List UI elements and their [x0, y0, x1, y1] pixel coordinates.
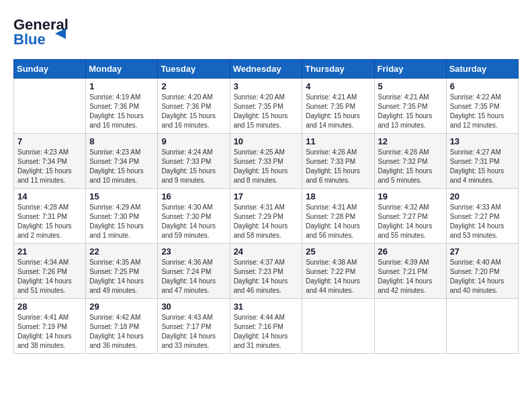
day-number: 31	[234, 302, 299, 312]
day-info: Sunrise: 4:22 AM Sunset: 7:35 PM Dayligh…	[450, 93, 515, 130]
day-number: 25	[306, 246, 370, 257]
calendar-table: SundayMondayTuesdayWednesdayThursdayFrid…	[13, 59, 519, 354]
column-header-saturday: Saturday	[446, 60, 518, 79]
day-info: Sunrise: 4:23 AM Sunset: 7:34 PM Dayligh…	[17, 148, 82, 185]
day-info: Sunrise: 4:20 AM Sunset: 7:36 PM Dayligh…	[161, 93, 226, 130]
day-number: 18	[306, 191, 370, 201]
day-info: Sunrise: 4:28 AM Sunset: 7:31 PM Dayligh…	[17, 203, 82, 240]
day-info: Sunrise: 4:21 AM Sunset: 7:35 PM Dayligh…	[306, 93, 370, 130]
calendar-cell: 1Sunrise: 4:19 AM Sunset: 7:36 PM Daylig…	[86, 79, 158, 134]
week-row-5: 28Sunrise: 4:41 AM Sunset: 7:19 PM Dayli…	[14, 299, 519, 354]
week-row-2: 7Sunrise: 4:23 AM Sunset: 7:34 PM Daylig…	[14, 134, 519, 189]
day-number: 8	[89, 136, 154, 146]
calendar-cell: 21Sunrise: 4:34 AM Sunset: 7:26 PM Dayli…	[14, 244, 86, 299]
calendar-cell: 20Sunrise: 4:33 AM Sunset: 7:27 PM Dayli…	[446, 189, 518, 244]
day-number: 1	[89, 81, 154, 91]
calendar-cell: 16Sunrise: 4:30 AM Sunset: 7:30 PM Dayli…	[158, 189, 230, 244]
day-info: Sunrise: 4:23 AM Sunset: 7:34 PM Dayligh…	[89, 148, 154, 185]
day-number: 11	[306, 136, 370, 146]
day-number: 26	[378, 246, 443, 257]
day-info: Sunrise: 4:34 AM Sunset: 7:26 PM Dayligh…	[17, 258, 82, 295]
calendar-cell: 15Sunrise: 4:29 AM Sunset: 7:30 PM Dayli…	[86, 189, 158, 244]
calendar-cell: 19Sunrise: 4:32 AM Sunset: 7:27 PM Dayli…	[374, 189, 446, 244]
day-info: Sunrise: 4:24 AM Sunset: 7:33 PM Dayligh…	[161, 148, 226, 185]
calendar-header-row: SundayMondayTuesdayWednesdayThursdayFrid…	[14, 60, 519, 79]
day-info: Sunrise: 4:43 AM Sunset: 7:17 PM Dayligh…	[161, 313, 226, 351]
calendar-cell: 13Sunrise: 4:27 AM Sunset: 7:31 PM Dayli…	[446, 134, 518, 189]
calendar-cell: 23Sunrise: 4:36 AM Sunset: 7:24 PM Dayli…	[158, 244, 230, 299]
calendar-cell: 12Sunrise: 4:26 AM Sunset: 7:32 PM Dayli…	[374, 134, 446, 189]
day-number: 12	[378, 136, 443, 146]
calendar-cell	[446, 299, 518, 354]
day-number: 3	[234, 81, 299, 91]
calendar-cell: 8Sunrise: 4:23 AM Sunset: 7:34 PM Daylig…	[86, 134, 158, 189]
day-info: Sunrise: 4:38 AM Sunset: 7:22 PM Dayligh…	[306, 258, 370, 295]
day-info: Sunrise: 4:26 AM Sunset: 7:32 PM Dayligh…	[378, 148, 443, 185]
day-number: 24	[234, 246, 299, 257]
day-info: Sunrise: 4:40 AM Sunset: 7:20 PM Dayligh…	[450, 258, 515, 295]
calendar-cell: 18Sunrise: 4:31 AM Sunset: 7:28 PM Dayli…	[302, 189, 374, 244]
day-number: 23	[161, 246, 226, 257]
calendar-cell: 14Sunrise: 4:28 AM Sunset: 7:31 PM Dayli…	[14, 189, 86, 244]
day-number: 27	[450, 246, 515, 257]
column-header-sunday: Sunday	[14, 60, 86, 79]
day-number: 19	[378, 191, 443, 201]
calendar-cell: 24Sunrise: 4:37 AM Sunset: 7:23 PM Dayli…	[230, 244, 302, 299]
day-number: 13	[450, 136, 515, 146]
calendar-cell: 3Sunrise: 4:20 AM Sunset: 7:35 PM Daylig…	[230, 79, 302, 134]
calendar-cell: 10Sunrise: 4:25 AM Sunset: 7:33 PM Dayli…	[230, 134, 302, 189]
calendar-cell: 6Sunrise: 4:22 AM Sunset: 7:35 PM Daylig…	[446, 79, 518, 134]
calendar-cell: 7Sunrise: 4:23 AM Sunset: 7:34 PM Daylig…	[14, 134, 86, 189]
calendar-cell: 26Sunrise: 4:39 AM Sunset: 7:21 PM Dayli…	[374, 244, 446, 299]
day-info: Sunrise: 4:39 AM Sunset: 7:21 PM Dayligh…	[378, 258, 443, 295]
day-number: 28	[17, 302, 82, 312]
day-info: Sunrise: 4:32 AM Sunset: 7:27 PM Dayligh…	[378, 203, 443, 240]
day-info: Sunrise: 4:26 AM Sunset: 7:33 PM Dayligh…	[306, 148, 370, 185]
day-number: 7	[17, 136, 82, 146]
calendar-cell: 22Sunrise: 4:35 AM Sunset: 7:25 PM Dayli…	[86, 244, 158, 299]
svg-text:Blue: Blue	[13, 31, 46, 48]
day-number: 30	[161, 302, 226, 312]
day-info: Sunrise: 4:19 AM Sunset: 7:36 PM Dayligh…	[89, 93, 154, 130]
day-info: Sunrise: 4:29 AM Sunset: 7:30 PM Dayligh…	[89, 203, 154, 240]
day-number: 14	[17, 191, 82, 201]
column-header-monday: Monday	[86, 60, 158, 79]
day-info: Sunrise: 4:33 AM Sunset: 7:27 PM Dayligh…	[450, 203, 515, 240]
day-info: Sunrise: 4:44 AM Sunset: 7:16 PM Dayligh…	[234, 313, 299, 351]
day-number: 17	[234, 191, 299, 201]
calendar-cell: 25Sunrise: 4:38 AM Sunset: 7:22 PM Dayli…	[302, 244, 374, 299]
day-info: Sunrise: 4:21 AM Sunset: 7:35 PM Dayligh…	[378, 93, 443, 130]
day-info: Sunrise: 4:42 AM Sunset: 7:18 PM Dayligh…	[89, 313, 154, 351]
calendar-cell: 31Sunrise: 4:44 AM Sunset: 7:16 PM Dayli…	[230, 299, 302, 354]
day-number: 29	[89, 302, 154, 312]
calendar-cell: 28Sunrise: 4:41 AM Sunset: 7:19 PM Dayli…	[14, 299, 86, 354]
calendar-cell	[14, 79, 86, 134]
column-header-wednesday: Wednesday	[230, 60, 302, 79]
calendar-cell: 9Sunrise: 4:24 AM Sunset: 7:33 PM Daylig…	[158, 134, 230, 189]
day-number: 5	[378, 81, 443, 91]
logo-svg: GeneralBlue	[13, 13, 74, 48]
day-info: Sunrise: 4:36 AM Sunset: 7:24 PM Dayligh…	[161, 258, 226, 295]
calendar-cell: 4Sunrise: 4:21 AM Sunset: 7:35 PM Daylig…	[302, 79, 374, 134]
day-number: 16	[161, 191, 226, 201]
calendar-cell: 29Sunrise: 4:42 AM Sunset: 7:18 PM Dayli…	[86, 299, 158, 354]
day-info: Sunrise: 4:35 AM Sunset: 7:25 PM Dayligh…	[89, 258, 154, 295]
day-number: 21	[17, 246, 82, 257]
calendar-cell	[302, 299, 374, 354]
calendar-cell: 30Sunrise: 4:43 AM Sunset: 7:17 PM Dayli…	[158, 299, 230, 354]
week-row-1: 1Sunrise: 4:19 AM Sunset: 7:36 PM Daylig…	[14, 79, 519, 134]
day-number: 9	[161, 136, 226, 146]
calendar-cell: 5Sunrise: 4:21 AM Sunset: 7:35 PM Daylig…	[374, 79, 446, 134]
logo: GeneralBlue	[13, 13, 74, 48]
calendar-cell: 2Sunrise: 4:20 AM Sunset: 7:36 PM Daylig…	[158, 79, 230, 134]
day-number: 22	[89, 246, 154, 257]
day-info: Sunrise: 4:41 AM Sunset: 7:19 PM Dayligh…	[17, 313, 82, 351]
day-info: Sunrise: 4:30 AM Sunset: 7:30 PM Dayligh…	[161, 203, 226, 240]
calendar-cell: 11Sunrise: 4:26 AM Sunset: 7:33 PM Dayli…	[302, 134, 374, 189]
day-info: Sunrise: 4:20 AM Sunset: 7:35 PM Dayligh…	[234, 93, 299, 130]
day-number: 15	[89, 191, 154, 201]
day-info: Sunrise: 4:37 AM Sunset: 7:23 PM Dayligh…	[234, 258, 299, 295]
column-header-tuesday: Tuesday	[158, 60, 230, 79]
calendar-cell	[374, 299, 446, 354]
calendar-cell: 27Sunrise: 4:40 AM Sunset: 7:20 PM Dayli…	[446, 244, 518, 299]
